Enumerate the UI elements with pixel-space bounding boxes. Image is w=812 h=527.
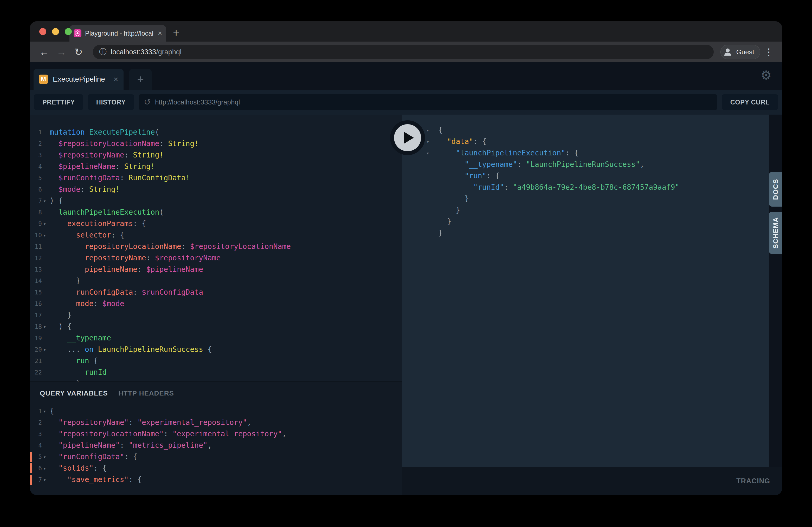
token xyxy=(50,138,59,149)
token: : xyxy=(93,298,102,310)
browser-menu-icon[interactable]: ⋮ xyxy=(762,46,775,57)
fold-arrow-icon[interactable]: ▾ xyxy=(42,463,50,474)
token: : xyxy=(133,287,142,298)
session-tab-executepipeline[interactable]: M ExecutePipeline × xyxy=(33,69,124,90)
settings-gear-icon[interactable]: ⚙ xyxy=(760,69,772,81)
token: : xyxy=(81,184,89,195)
token: "launchPipelineExecution" xyxy=(456,147,565,159)
history-button[interactable]: HISTORY xyxy=(88,94,134,110)
session-tab-row: M ExecutePipeline × + ⚙ xyxy=(30,62,782,90)
minimize-window-button[interactable] xyxy=(52,28,59,35)
reload-icon[interactable]: ↻ xyxy=(71,46,86,58)
line-number: 9 xyxy=(30,218,42,229)
token: $runConfigData xyxy=(59,172,120,184)
docs-label: DOCS xyxy=(772,179,780,200)
line-number: 6 xyxy=(30,184,42,195)
left-pane: 1mutation ExecutePipeline(2 $repositoryL… xyxy=(30,115,402,495)
address-bar[interactable]: ⓘ localhost:3333/graphql xyxy=(93,45,714,59)
token: $pipelineName xyxy=(146,264,203,275)
fold-arrow-icon[interactable]: ▾ xyxy=(42,474,50,485)
token xyxy=(50,161,59,172)
line-number: 10 xyxy=(30,229,42,241)
token: mutation xyxy=(50,126,85,138)
response-viewer[interactable]: ▾{▾ "data": {▾ "launchPipelineExecution"… xyxy=(402,115,769,467)
token: , xyxy=(282,428,286,440)
line-number: 14 xyxy=(30,275,42,287)
close-tab-icon[interactable]: × xyxy=(158,30,162,37)
token: __typename xyxy=(67,332,111,344)
fold-arrow-icon[interactable]: ▾ xyxy=(42,451,50,463)
new-tab-button[interactable]: + xyxy=(173,28,179,39)
close-window-button[interactable] xyxy=(39,28,46,35)
token: pipelineName xyxy=(85,264,137,275)
token: $pipelineName xyxy=(59,161,115,172)
token: "metrics_pipeline" xyxy=(129,440,207,451)
tab-query-variables[interactable]: QUERY VARIABLES xyxy=(40,389,108,397)
fold-arrow-icon[interactable]: ▾ xyxy=(42,218,50,229)
token xyxy=(438,159,465,170)
code-line: 23 } xyxy=(30,378,402,381)
back-icon[interactable]: ← xyxy=(37,46,52,58)
code-line: 4 "pipelineName": "metrics_pipeline", xyxy=(30,440,402,451)
line-number: 1 xyxy=(30,405,42,417)
fold-arrow-icon[interactable]: ▾ xyxy=(42,344,50,355)
url-path: /graphql xyxy=(156,48,182,56)
tracing-label: TRACING xyxy=(736,477,770,485)
token: String! xyxy=(168,138,199,149)
token: runId xyxy=(85,367,107,378)
endpoint-url: http://localhost:3333/graphql xyxy=(155,98,240,106)
token xyxy=(50,378,76,381)
variables-editor[interactable]: 1▾{2 "repositoryName": "experimental_rep… xyxy=(30,401,402,485)
token: : { xyxy=(129,474,142,485)
execute-play-button[interactable] xyxy=(390,120,425,155)
token: ) { xyxy=(59,321,72,332)
playground-topbar: PRETTIFY HISTORY ↺ http://localhost:3333… xyxy=(30,90,782,115)
code-line: } xyxy=(402,205,769,216)
profile-button[interactable]: Guest xyxy=(721,45,760,59)
fold-arrow-icon[interactable]: ▾ xyxy=(42,405,50,417)
fold-arrow-icon[interactable]: ▾ xyxy=(42,321,50,332)
fold-arrow-icon[interactable]: ▾ xyxy=(42,195,50,207)
token: selector xyxy=(76,229,111,241)
token xyxy=(50,149,59,161)
token: RunConfigData! xyxy=(129,172,190,184)
line-number: 13 xyxy=(30,264,42,275)
code-line: 12 repositoryName: $repositoryName xyxy=(30,252,402,264)
url-host: localhost:3333 xyxy=(111,48,156,56)
token xyxy=(93,344,98,355)
mutation-badge: M xyxy=(39,75,48,84)
forward-icon[interactable]: → xyxy=(54,46,69,58)
code-line: 6▾ "solids": { xyxy=(30,463,402,474)
token: : xyxy=(159,138,168,149)
endpoint-input[interactable]: ↺ http://localhost:3333/graphql xyxy=(139,94,717,110)
code-line: "run": { xyxy=(402,170,769,182)
token: $repositoryLocationName xyxy=(59,138,159,149)
prettify-button[interactable]: PRETTIFY xyxy=(34,94,83,110)
token: ... xyxy=(67,344,85,355)
endpoint-reload-icon[interactable]: ↺ xyxy=(144,97,151,107)
graphql-playground-favicon xyxy=(74,29,82,37)
browser-toolbar: ← → ↻ ⓘ localhost:3333/graphql Guest ⋮ xyxy=(30,42,782,62)
window-controls[interactable] xyxy=(39,28,72,35)
query-editor[interactable]: 1mutation ExecutePipeline(2 $repositoryL… xyxy=(30,115,402,381)
token: : xyxy=(181,241,190,252)
close-session-icon[interactable]: × xyxy=(113,75,118,84)
session-tab-title: ExecutePipeline xyxy=(53,75,109,84)
browser-tab[interactable]: Playground - http://localhost:3 × xyxy=(70,25,166,42)
copy-curl-button[interactable]: COPY CURL xyxy=(722,94,778,110)
fold-arrow-icon[interactable]: ▾ xyxy=(42,229,50,241)
line-number: 5 xyxy=(30,172,42,184)
token: { xyxy=(203,344,212,355)
code-line: 21 run { xyxy=(30,355,402,367)
url-text: localhost:3333/graphql xyxy=(111,48,182,56)
code-line: 3 $repositoryName: String! xyxy=(30,149,402,161)
site-info-icon[interactable]: ⓘ xyxy=(99,47,107,57)
tab-http-headers[interactable]: HTTP HEADERS xyxy=(118,389,174,397)
new-session-tab-button[interactable]: + xyxy=(129,69,151,90)
maximize-window-button[interactable] xyxy=(65,28,72,35)
tab-docs[interactable]: DOCS xyxy=(769,172,782,207)
line-number: 2 xyxy=(30,417,42,428)
tracing-bar[interactable]: TRACING xyxy=(402,467,782,495)
tab-schema[interactable]: SCHEMA xyxy=(769,212,782,254)
browser-tabstrip: Playground - http://localhost:3 × + xyxy=(30,21,782,42)
